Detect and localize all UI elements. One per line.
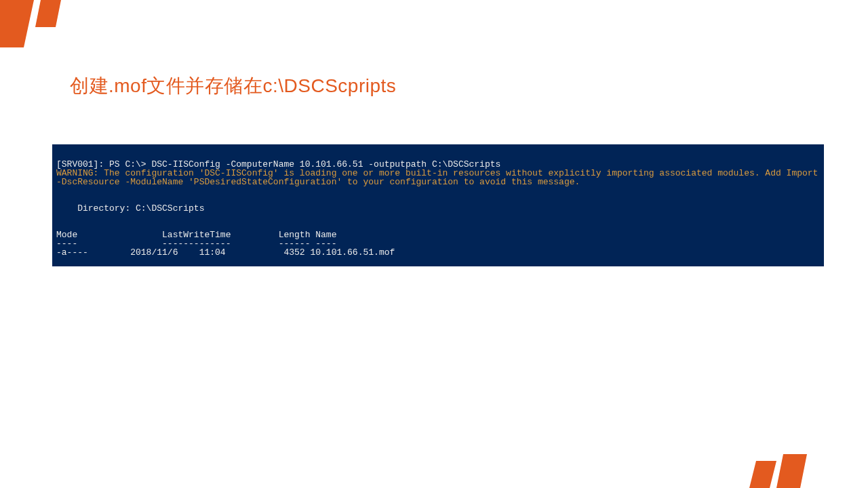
top-left-accent-shape [0,0,75,47]
powershell-terminal: [SRV001]: PS C:\> DSC-IISConfig -Compute… [52,144,824,266]
terminal-warning-line-2: -DscResource -ModuleName 'PSDesiredState… [56,177,580,187]
terminal-directory-line: Directory: C:\DSCScripts [56,203,204,214]
svg-marker-1 [35,0,61,27]
svg-marker-3 [776,454,807,488]
bottom-right-accent-shape [746,454,807,488]
slide-title: 创建.mof文件并存储在c:\DSCScpripts [70,73,396,99]
svg-marker-2 [749,461,776,488]
svg-marker-0 [0,0,34,47]
terminal-table-row: -a---- 2018/11/6 11:04 4352 10.101.66.51… [56,247,395,258]
